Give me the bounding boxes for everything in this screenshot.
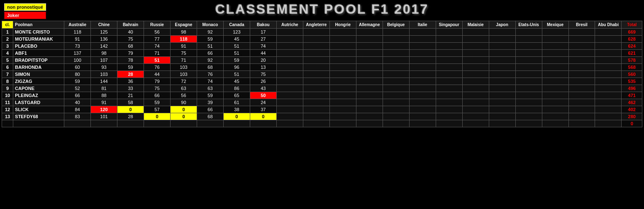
score-cell [595,64,622,71]
score-cell [356,64,383,71]
score-cell [356,29,383,36]
score-cell: 118 [64,29,91,36]
score-cell [409,120,436,127]
score-cell [276,71,303,78]
col-header-hongrie: Hongrie [329,21,356,29]
score-cell: 125 [91,29,117,36]
total-cell: 471 [622,92,642,99]
total-cell: 621 [622,50,642,57]
score-cell: 71 [170,57,197,64]
poolman-cell: LASTGARD [13,99,64,106]
score-cell [436,57,462,64]
score-cell: 66 [197,106,223,113]
total-cell: 0 [622,120,642,127]
rank-cell: 3 [2,43,13,50]
score-cell: 86 [223,85,250,92]
score-cell [436,113,462,120]
poolman-cell: CAPONE [13,85,64,92]
score-cell [383,36,409,43]
score-cell: 96 [223,64,250,71]
score-cell [276,78,303,85]
score-cell: 136 [91,36,117,43]
score-cell: 44 [144,71,171,78]
score-cell [515,64,542,71]
score-cell [595,106,622,113]
score-cell [568,36,595,43]
score-cell: 92 [197,29,223,36]
score-cell [329,64,356,71]
col-header-autriche: Autriche [276,21,303,29]
rank-cell: 7 [2,71,13,78]
score-cell: 0 [117,106,144,113]
rank-cell [2,120,13,127]
score-cell: 33 [117,85,144,92]
score-cell [462,36,489,43]
score-cell: 43 [250,85,276,92]
score-cell [515,36,542,43]
score-cell: 66 [197,50,223,57]
score-cell [329,29,356,36]
score-cell [409,113,436,120]
score-cell [542,120,568,127]
poolman-cell: SLICK [13,106,64,113]
rank-cell: 6 [2,64,13,71]
score-cell [303,29,329,36]
score-cell [356,113,383,120]
score-cell [568,92,595,99]
score-cell: 74 [250,43,276,50]
score-cell [489,99,515,106]
score-cell [489,71,515,78]
score-cell [515,120,542,127]
score-cell [329,99,356,106]
score-cell: 36 [117,78,144,85]
score-cell [515,29,542,36]
score-cell: 107 [91,57,117,64]
table-row: 7SIMON801032844103765175560 [2,71,642,78]
score-cell [356,57,383,64]
rank-cell: 10 [2,92,13,99]
score-cell [489,106,515,113]
table-row: 12SLICK841200570663837402 [2,106,642,113]
score-cell [383,78,409,85]
total-cell: 402 [622,106,642,113]
score-cell: 56 [144,29,171,36]
col-header-bresil: Bresil [568,21,595,29]
table-row: 8ZIGZAG59144367972744526535 [2,78,642,85]
score-cell [409,36,436,43]
score-cell [462,64,489,71]
col-header-australie: Australie [64,21,91,29]
score-cell [462,120,489,127]
score-cell [303,50,329,57]
score-cell: 51 [223,50,250,57]
score-cell: 17 [250,29,276,36]
total-cell: 624 [622,43,642,50]
score-cell: 74 [197,78,223,85]
score-cell [462,113,489,120]
score-cell [329,113,356,120]
score-cell [303,36,329,43]
score-cell: 118 [170,36,197,43]
score-cell: 66 [64,92,91,99]
score-cell [276,120,303,127]
legend-joker: Joker [4,12,46,19]
total-cell: 535 [622,78,642,85]
score-cell [436,78,462,85]
score-cell: 90 [170,99,197,106]
score-cell [489,120,515,127]
table-row: 2MOTEURMANIAK911367577118594527628 [2,36,642,43]
score-cell [436,99,462,106]
poolman-cell: STEFDY68 [13,113,64,120]
score-cell [329,92,356,99]
total-cell: 560 [622,71,642,78]
score-cell [568,85,595,92]
score-cell [489,92,515,99]
score-cell: 45 [223,78,250,85]
score-cell: 92 [197,57,223,64]
score-cell [568,99,595,106]
score-cell [436,36,462,43]
score-cell: 37 [250,106,276,113]
score-cell: 57 [144,106,171,113]
score-cell: 66 [144,92,171,99]
poolman-cell: PLEINGAZ [13,92,64,99]
score-cell [383,43,409,50]
